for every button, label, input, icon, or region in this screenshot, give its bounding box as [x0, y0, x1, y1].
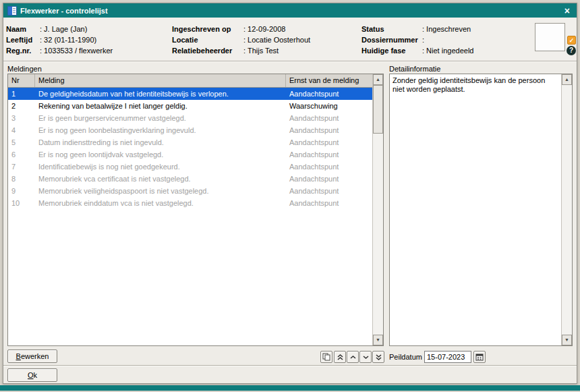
desktop-background: Flexwerker - controlelijst × Naam: J. La… [0, 0, 580, 392]
field-value: : Ingeschreven [422, 24, 471, 34]
ok-button[interactable]: Ok [7, 368, 57, 382]
row-ernst: Aandachtspunt [286, 88, 372, 100]
scroll-down-icon[interactable]: ▼ [373, 335, 383, 345]
field-label: Locatie [172, 34, 243, 45]
field-label: Relatiebeheerder [172, 45, 243, 56]
row-nr: 5 [8, 136, 35, 148]
scroll-up-icon[interactable]: ▲ [562, 74, 572, 85]
chevron-up-icon [349, 354, 357, 361]
detail-scrollbar[interactable]: ▲ ▼ [561, 74, 572, 345]
row-ernst: Aandachtspunt [286, 185, 372, 197]
move-down-button[interactable] [359, 351, 372, 363]
row-melding: Identificatiebewijs is nog niet goedgeke… [35, 161, 286, 173]
scroll-down-icon[interactable]: ▼ [562, 335, 572, 345]
field-value: : Niet ingedeeld [422, 45, 473, 56]
peildatum-label: Peildatum [389, 353, 422, 361]
info-field: Leeftijd: 32 (01-11-1990) [6, 34, 113, 45]
field-label: Reg.nr. [6, 45, 40, 56]
parent-window-edge [0, 385, 580, 391]
table-row[interactable]: 2Rekening van betaalwijze I niet langer … [8, 100, 372, 112]
table-row[interactable]: 1De geldigheidsdatum van het identiteits… [8, 88, 372, 100]
row-nr: 7 [8, 161, 35, 173]
detail-text: Zonder geldig identiteitsbewijs kan de p… [390, 74, 561, 96]
info-field: Reg.nr.: 1033533 / flexwerker [6, 45, 113, 56]
info-field: Dossiernummer: [361, 34, 473, 45]
close-icon[interactable]: × [562, 6, 573, 16]
info-column-2: Ingeschreven op: 12-09-2008 Locatie: Loc… [172, 24, 310, 56]
row-melding: Rekening van betaalwijze I niet langer g… [35, 100, 286, 112]
table-row[interactable]: 7Identificatiebewijs is nog niet goedgek… [8, 161, 372, 173]
copy-icon [322, 353, 330, 361]
scrollbar-thumb[interactable] [373, 85, 383, 134]
row-melding: Er is nog geen loonbelastingverklaring i… [35, 124, 286, 136]
copy-button[interactable] [320, 351, 332, 363]
info-field: Locatie: Locatie Oosterhout [172, 34, 310, 45]
table-row[interactable]: 5Datum indiensttreding is niet ingevuld.… [8, 136, 372, 148]
info-field: Naam: J. Lage (Jan) [6, 24, 113, 34]
help-icon[interactable]: ? [567, 46, 576, 55]
column-header-nr[interactable]: Nr [8, 74, 35, 87]
double-chevron-up-icon [337, 354, 344, 361]
row-nr: 9 [8, 185, 35, 197]
field-label: Leeftijd [6, 34, 40, 45]
field-label: Ingeschreven op [172, 24, 243, 34]
table-row[interactable]: 6Er is nog geen loontijdvak vastgelegd.A… [8, 148, 372, 161]
row-ernst: Aandachtspunt [286, 136, 372, 148]
row-nr: 10 [8, 197, 35, 209]
bewerken-button-label: Bewerken [16, 350, 49, 362]
table-scrollbar[interactable]: ▲ ▼ [372, 74, 383, 345]
table-row[interactable]: 8Memorubriek vca certificaat is niet vas… [8, 173, 372, 185]
row-nr: 8 [8, 173, 35, 185]
field-value: : 12-09-2008 [243, 24, 285, 34]
move-top-button[interactable] [334, 351, 346, 363]
window-title: Flexwerker - controlelijst [20, 7, 562, 15]
meldingen-table: Nr Melding Ernst van de melding 1De geld… [7, 74, 384, 346]
field-value: : Locatie Oosterhout [243, 34, 310, 45]
table-row[interactable]: 4Er is nog geen loonbelastingverklaring … [8, 124, 372, 136]
double-chevron-down-icon [375, 354, 382, 361]
table-row[interactable]: 3Er is geen burgerservicenummer vastgele… [8, 112, 372, 124]
bewerken-button[interactable]: Bewerken [7, 349, 57, 363]
field-value: : J. Lage (Jan) [40, 24, 87, 34]
row-ernst: Aandachtspunt [286, 161, 372, 173]
row-melding: De geldigheidsdatum van het identiteitsb… [35, 88, 286, 100]
photo-placeholder [535, 23, 565, 51]
table-row[interactable]: 9Memorubriek veiligheidspaspoort is niet… [8, 185, 372, 197]
info-field: Relatiebeheerder: Thijs Test [172, 45, 310, 56]
info-column-1: Naam: J. Lage (Jan) Leeftijd: 32 (01-11-… [6, 24, 113, 56]
peildatum-input[interactable] [424, 351, 471, 363]
field-value: : Thijs Test [243, 45, 279, 56]
row-melding: Memorubriek vca certificaat is niet vast… [35, 173, 286, 185]
row-nr: 2 [8, 100, 35, 112]
row-ernst: Aandachtspunt [286, 197, 372, 209]
move-up-button[interactable] [347, 351, 359, 363]
info-field: Status: Ingeschreven [361, 24, 473, 34]
field-value: : 32 (01-11-1990) [40, 34, 96, 45]
row-ernst: Aandachtspunt [286, 173, 372, 185]
ok-button-label: Ok [28, 369, 37, 381]
scroll-up-icon[interactable]: ▲ [373, 74, 383, 85]
column-header-ernst[interactable]: Ernst van de melding [286, 74, 372, 87]
calendar-icon [475, 353, 484, 361]
field-label: Status [361, 24, 422, 34]
info-column-3: Status: Ingeschreven Dossiernummer: Huid… [361, 24, 473, 56]
column-header-melding[interactable]: Melding [35, 74, 286, 87]
separator [3, 365, 577, 366]
row-ernst: Aandachtspunt [286, 112, 372, 124]
calendar-button[interactable] [473, 351, 486, 363]
field-label: Dossiernummer [361, 34, 422, 45]
row-nr: 3 [8, 112, 35, 124]
move-bottom-button[interactable] [372, 351, 384, 363]
field-label: Huidige fase [361, 45, 422, 56]
row-ernst: Aandachtspunt [286, 124, 372, 136]
meldingen-section-label: Meldingen [7, 65, 42, 73]
row-melding: Memorubriek einddatum vca is niet vastge… [35, 197, 286, 209]
table-header: Nr Melding Ernst van de melding [8, 74, 372, 88]
separator [3, 61, 577, 62]
table-row[interactable]: 10Memorubriek einddatum vca is niet vast… [8, 197, 372, 209]
info-field: Ingeschreven op: 12-09-2008 [172, 24, 310, 34]
row-melding: Memorubriek veiligheidspaspoort is niet … [35, 185, 286, 197]
checklist-icon[interactable]: ✓ [567, 36, 576, 45]
row-nr: 6 [8, 148, 35, 161]
field-label: Naam [6, 24, 40, 34]
